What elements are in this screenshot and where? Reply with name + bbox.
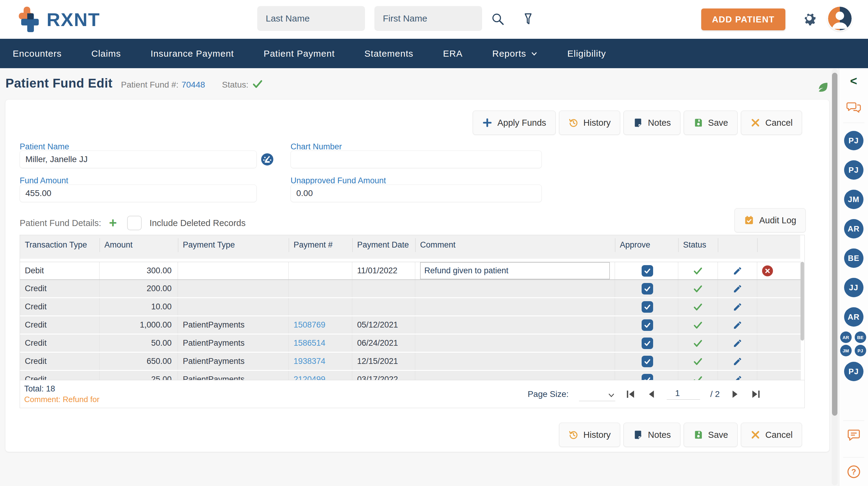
cell-payment-number: 1938374 [289, 353, 352, 370]
gauge-icon[interactable] [260, 152, 274, 166]
unapproved-fund-amount-field[interactable] [290, 184, 542, 202]
save-button[interactable]: Save [684, 423, 738, 447]
cancel-button[interactable]: Cancel [741, 111, 802, 135]
gear-icon[interactable] [801, 10, 817, 26]
main-scrollbar-track[interactable] [832, 69, 838, 485]
payment-number-link[interactable]: 1938374 [293, 356, 326, 366]
audit-log-button[interactable]: Audit Log [735, 208, 806, 232]
rxnt-logo[interactable]: RXNT [18, 5, 100, 33]
avatar-small-ar[interactable]: AR [840, 332, 851, 343]
collapse-sidebar-icon[interactable]: < [850, 75, 857, 87]
history-button[interactable]: History [559, 423, 620, 447]
nav-item-label: Insurance Payment [150, 49, 234, 59]
approve-checkbox[interactable] [642, 301, 653, 313]
payment-number-link[interactable]: 1508769 [293, 320, 326, 330]
avatar-ar[interactable]: AR [844, 307, 864, 326]
include-deleted-checkbox[interactable] [127, 216, 142, 230]
chat-bubbles-icon[interactable] [846, 101, 862, 115]
comment-input[interactable]: Refund given to patient [420, 262, 610, 279]
table-scrollbar-thumb[interactable] [801, 262, 804, 341]
right-sidebar: < PJPJJMARBEJJAR ARBEJMPJ PJ ? [839, 68, 868, 486]
apply-funds-button[interactable]: Apply Funds [473, 111, 555, 135]
approve-checkbox[interactable] [642, 356, 653, 367]
first-page-icon[interactable] [626, 389, 636, 399]
payment-number-link[interactable]: 1586514 [293, 338, 326, 348]
edit-pencil-icon[interactable] [733, 375, 742, 380]
cancel-button[interactable]: Cancel [741, 423, 802, 447]
add-patient-button[interactable]: ADD PATIENT [701, 8, 785, 30]
cell-approve [615, 280, 678, 297]
avatar-pj-bottom[interactable]: PJ [844, 362, 864, 381]
approve-checkbox[interactable] [642, 283, 653, 294]
delete-icon[interactable] [762, 265, 773, 276]
add-fund-detail-icon[interactable]: + [109, 216, 117, 230]
help-icon[interactable]: ? [846, 465, 861, 479]
patient-name-field[interactable] [20, 150, 257, 168]
table-row: Credit10.00 [20, 298, 801, 316]
save-button[interactable]: Save [684, 111, 738, 135]
page-size-select[interactable] [579, 387, 615, 401]
first-name-search-input[interactable] [374, 6, 482, 31]
notes-button[interactable]: Notes [623, 111, 680, 135]
save-icon [693, 430, 703, 440]
user-avatar[interactable] [828, 7, 851, 30]
filter-icon[interactable] [521, 12, 535, 26]
avatar-jj[interactable]: JJ [844, 278, 864, 297]
avatar-ar[interactable]: AR [844, 219, 864, 238]
nav-item-patient-payment[interactable]: Patient Payment [264, 49, 335, 59]
current-page-input[interactable] [667, 389, 700, 400]
fund-amount-field[interactable] [20, 184, 257, 202]
nav-item-encounters[interactable]: Encounters [13, 49, 62, 59]
include-deleted-label: Include Deleted Records [150, 218, 246, 228]
approve-checkbox[interactable] [642, 338, 653, 349]
avatar-be[interactable]: BE [844, 249, 864, 268]
avatar-small-pj[interactable]: PJ [855, 345, 866, 356]
nav-item-insurance-payment[interactable]: Insurance Payment [150, 49, 234, 59]
avatar-jm[interactable]: JM [844, 190, 864, 209]
last-page-icon[interactable] [751, 389, 761, 399]
cell-approve [615, 371, 678, 380]
previous-page-icon[interactable] [646, 389, 656, 399]
main-nav: EncountersClaimsInsurance PaymentPatient… [0, 39, 868, 68]
message-icon[interactable] [846, 428, 861, 442]
payment-number-link[interactable]: 2120499 [293, 375, 326, 380]
page-title-row: Patient Fund Edit Patient Fund #: 70448 … [5, 76, 263, 91]
cell-payment-date: 03/17/2022 [352, 371, 415, 380]
approve-checkbox[interactable] [642, 265, 653, 277]
nav-item-claims[interactable]: Claims [91, 49, 121, 59]
edit-pencil-icon[interactable] [733, 302, 742, 312]
nav-item-reports[interactable]: Reports [492, 49, 537, 59]
main-scrollbar-thumb[interactable] [832, 73, 837, 416]
edit-pencil-icon[interactable] [733, 284, 742, 294]
nav-item-statements[interactable]: Statements [364, 49, 413, 59]
edit-pencil-icon[interactable] [733, 320, 742, 330]
cell-delete [757, 335, 801, 352]
next-page-icon[interactable] [730, 389, 740, 399]
app-header: RXNT ADD PATIENT [0, 0, 868, 39]
table-header-row: Transaction TypeAmountPayment TypePaymen… [20, 235, 800, 259]
column-header-comment: Comment [415, 235, 615, 259]
edit-pencil-icon[interactable] [733, 356, 742, 366]
column-header-payment: Payment # [289, 235, 352, 259]
nav-item-era[interactable]: ERA [443, 49, 463, 59]
avatar-small-jm[interactable]: JM [840, 345, 851, 356]
leaf-icon[interactable] [816, 81, 829, 94]
cell-payment-number [289, 298, 352, 315]
nav-item-label: Statements [364, 49, 413, 59]
avatar-pj[interactable]: PJ [844, 160, 864, 180]
search-icon[interactable] [491, 12, 505, 26]
approve-checkbox[interactable] [642, 374, 653, 380]
nav-item-eligibility[interactable]: Eligibility [567, 49, 606, 59]
status-check-icon [252, 79, 263, 89]
notes-button[interactable]: Notes [623, 423, 680, 447]
edit-pencil-icon[interactable] [733, 266, 742, 276]
edit-pencil-icon[interactable] [733, 338, 742, 348]
avatar-small-be[interactable]: BE [855, 332, 866, 343]
rxnt-logo-mark [18, 5, 43, 33]
last-name-search-input[interactable] [257, 6, 365, 31]
approve-checkbox[interactable] [642, 319, 653, 331]
history-button[interactable]: History [559, 111, 620, 135]
chart-number-field[interactable] [290, 150, 542, 168]
nav-item-label: Claims [91, 49, 121, 59]
avatar-pj[interactable]: PJ [844, 131, 864, 150]
